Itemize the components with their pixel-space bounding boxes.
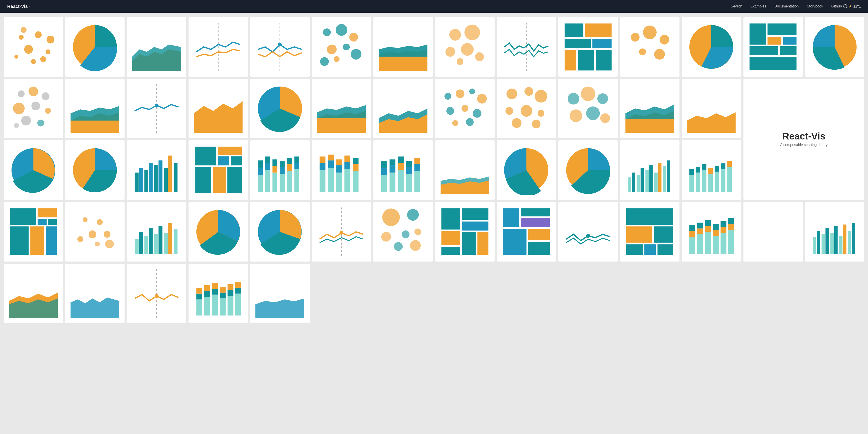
svg-rect-172 — [645, 170, 649, 192]
chart-card[interactable] — [4, 79, 63, 138]
svg-rect-293 — [227, 290, 233, 296]
chart-card[interactable] — [435, 79, 495, 138]
chart-card[interactable] — [620, 141, 680, 200]
chart-card[interactable] — [127, 17, 186, 76]
svg-rect-106 — [164, 168, 168, 192]
chart-card[interactable] — [620, 202, 680, 261]
chart-card[interactable] — [373, 202, 433, 261]
chart-card[interactable] — [435, 141, 495, 200]
svg-rect-265 — [813, 237, 816, 254]
chart-card[interactable] — [558, 79, 618, 138]
chart-card[interactable] — [435, 17, 495, 76]
chart-card[interactable] — [620, 79, 680, 138]
svg-point-60 — [37, 120, 44, 127]
svg-rect-105 — [158, 160, 162, 192]
chart-card[interactable] — [188, 264, 248, 323]
svg-rect-138 — [328, 160, 334, 168]
svg-point-7 — [46, 36, 54, 43]
chart-card[interactable] — [127, 79, 186, 138]
nav-documentation[interactable]: Documentation — [774, 4, 799, 8]
svg-rect-206 — [135, 239, 138, 254]
chart-card[interactable] — [805, 17, 864, 76]
chart-card[interactable] — [188, 202, 248, 261]
svg-rect-48 — [783, 36, 797, 45]
svg-point-87 — [512, 118, 522, 128]
chart-card[interactable] — [373, 79, 433, 138]
svg-point-92 — [569, 110, 582, 122]
chart-card[interactable] — [4, 17, 63, 76]
svg-point-41 — [659, 35, 669, 44]
svg-rect-254 — [705, 226, 711, 232]
chart-card[interactable] — [558, 17, 618, 76]
chart-card[interactable] — [620, 17, 680, 76]
chart-card[interactable] — [682, 202, 741, 261]
chart-card[interactable] — [497, 79, 556, 138]
chart-card[interactable] — [497, 202, 556, 261]
svg-rect-111 — [217, 156, 229, 166]
chart-card[interactable] — [497, 141, 556, 200]
svg-marker-97 — [687, 112, 736, 133]
chart-card[interactable] — [4, 202, 63, 261]
chart-card[interactable] — [250, 141, 310, 200]
chart-card[interactable] — [682, 141, 741, 200]
svg-rect-241 — [626, 208, 674, 225]
svg-point-219 — [382, 209, 400, 226]
chart-card[interactable] — [127, 202, 186, 261]
chart-card[interactable] — [4, 141, 63, 200]
svg-rect-129 — [287, 164, 292, 171]
svg-point-3 — [24, 45, 33, 54]
chart-card[interactable] — [65, 17, 125, 76]
chart-card[interactable] — [65, 202, 125, 261]
chart-card[interactable] — [312, 202, 371, 261]
chart-card[interactable] — [4, 264, 63, 323]
svg-rect-256 — [713, 236, 719, 254]
chart-card-empty[interactable] — [743, 202, 803, 261]
chart-card[interactable] — [312, 141, 371, 200]
brand-logo[interactable]: React-Vis ▾ — [7, 4, 31, 9]
chart-card[interactable] — [682, 17, 741, 76]
chart-card[interactable] — [127, 141, 186, 200]
chart-card[interactable] — [805, 202, 864, 261]
svg-rect-37 — [577, 49, 594, 71]
chart-card[interactable] — [188, 141, 248, 200]
chart-card[interactable] — [435, 202, 495, 261]
nav-github[interactable]: Github ★ 8371 — [831, 4, 861, 8]
chart-card[interactable] — [250, 79, 310, 138]
svg-rect-294 — [227, 284, 233, 290]
chart-card[interactable] — [312, 17, 371, 76]
nav-storybook[interactable]: Storybook — [807, 4, 823, 8]
chart-card[interactable] — [65, 264, 125, 323]
svg-rect-193 — [37, 208, 57, 218]
chart-card[interactable] — [188, 17, 248, 76]
brand-dropdown-arrow[interactable]: ▾ — [29, 5, 31, 8]
chart-card[interactable] — [373, 141, 433, 200]
svg-rect-126 — [280, 167, 285, 174]
svg-rect-112 — [230, 156, 242, 166]
chart-card[interactable] — [558, 141, 618, 200]
svg-marker-298 — [255, 298, 304, 318]
chart-card[interactable] — [743, 17, 803, 76]
svg-rect-168 — [628, 178, 631, 192]
chart-card[interactable] — [65, 79, 125, 138]
nav-search[interactable]: Search — [731, 4, 742, 8]
chart-card[interactable] — [127, 264, 186, 323]
svg-rect-197 — [30, 226, 44, 255]
chart-card[interactable] — [250, 17, 310, 76]
svg-rect-245 — [644, 244, 656, 255]
chart-card[interactable] — [312, 79, 371, 138]
chart-card[interactable] — [65, 141, 125, 200]
svg-point-14 — [278, 42, 282, 46]
chart-card[interactable] — [373, 17, 433, 76]
svg-rect-187 — [715, 166, 719, 172]
chart-card[interactable] — [250, 202, 310, 261]
chart-card[interactable] — [250, 264, 310, 323]
svg-point-203 — [104, 231, 111, 238]
star-icon: ★ — [849, 4, 852, 8]
chart-card[interactable] — [558, 202, 618, 261]
nav-examples[interactable]: Examples — [750, 4, 766, 8]
svg-rect-34 — [564, 39, 591, 49]
svg-rect-286 — [212, 294, 218, 315]
chart-card[interactable] — [188, 79, 248, 138]
chart-card[interactable] — [497, 17, 556, 76]
chart-card[interactable] — [682, 79, 741, 138]
